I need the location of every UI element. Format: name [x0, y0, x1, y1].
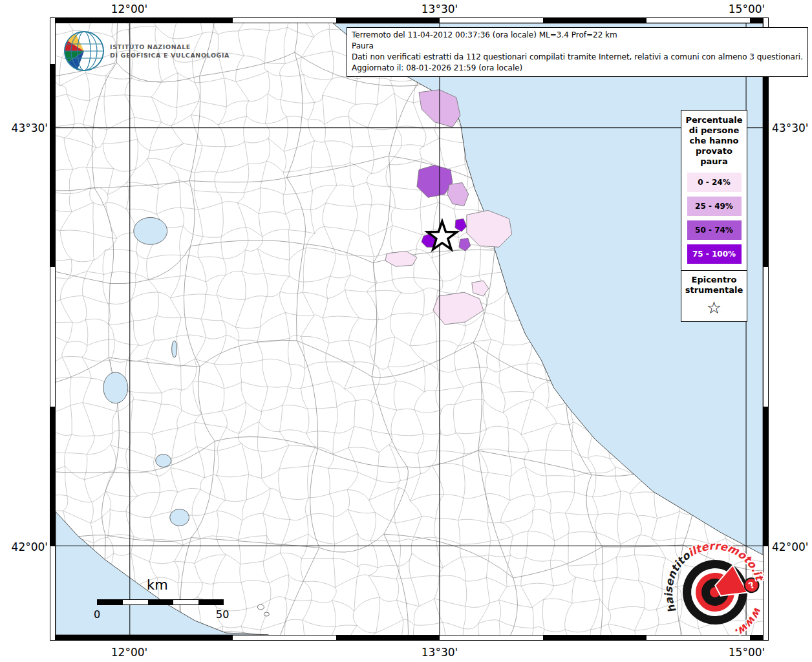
- haisentitoilterremoto-logo: ? haisentitoilterremoto.it www.: [660, 537, 770, 650]
- seismic-felt-map-page: 12°00' 13°30' 15°00' 12°00' 13°30' 15°00…: [0, 0, 812, 662]
- scale-end-label: 50: [216, 608, 229, 621]
- info-line-updated: Aggiornato il: 08-01-2026 21:59 (ora loc…: [352, 63, 803, 74]
- ingv-name-line1: ISTITUTO NAZIONALE: [110, 43, 191, 50]
- legend-swatch-25-49: 25 - 49%: [687, 197, 742, 216]
- lake-vico: [156, 454, 171, 467]
- lat-label-right-2: 42°00': [772, 540, 808, 553]
- legend-epicenter-title: Epicentro strumentale: [681, 275, 747, 295]
- map-svg: [56, 23, 763, 635]
- felt-region: [472, 281, 489, 296]
- lon-label-top-2: 13°30': [422, 3, 458, 16]
- info-line-event: Terremoto del 11-04-2012 00:37:36 (ora l…: [352, 30, 803, 41]
- island: [257, 604, 264, 610]
- lon-label-top-1: 12°00': [111, 3, 147, 16]
- site-logo-svg: ? haisentitoilterremoto.it www.: [660, 537, 770, 647]
- scale-start-label: 0: [94, 608, 100, 621]
- lat-label-right-1: 43°30': [772, 122, 808, 134]
- felt-region: [417, 166, 453, 198]
- legend-epicenter-section: Epicentro strumentale ☆: [681, 270, 747, 317]
- lake-bracciano: [170, 509, 189, 526]
- info-line-effect: Paura: [352, 41, 803, 52]
- lake-bolsena: [103, 372, 128, 403]
- legend-title: Percentuale di persone che hanno provato…: [681, 111, 747, 168]
- felt-region: [455, 219, 467, 231]
- lat-label-left-1: 43°30': [1, 122, 48, 134]
- legend-swatch-0-24: 0 - 24%: [687, 173, 742, 192]
- ingv-globe-icon: [65, 32, 103, 70]
- ingv-logo: ISTITUTO NAZIONALE DI GEOFISICA E VULCAN…: [62, 28, 243, 76]
- lon-label-top-3: 15°00': [729, 3, 765, 16]
- felt-region: [385, 251, 417, 266]
- felt-region: [433, 292, 484, 325]
- earthquake-info-box: Terremoto del 11-04-2012 00:37:36 (ora l…: [347, 27, 808, 77]
- legend-box: Percentuale di persone che hanno provato…: [681, 110, 747, 322]
- lake-piediluco: [172, 341, 177, 358]
- legend-swatch-75-100: 75 - 100%: [687, 244, 742, 264]
- scale-bar: [97, 599, 224, 605]
- island: [264, 612, 269, 616]
- scale-unit-label: km: [147, 577, 168, 593]
- info-line-source: Dati non verificati estratti da 112 ques…: [352, 52, 803, 63]
- lon-label-bottom-1: 12°00': [111, 646, 147, 659]
- legend-swatch-50-74: 50 - 74%: [687, 220, 742, 240]
- frame-left-edge: [50, 18, 55, 640]
- frame-top-edge: [50, 18, 768, 23]
- ingv-logo-svg: ISTITUTO NAZIONALE DI GEOFISICA E VULCAN…: [62, 28, 243, 74]
- felt-region: [447, 182, 469, 206]
- epicenter-legend-star-icon: ☆: [681, 295, 747, 317]
- lake-trasimeno: [134, 217, 167, 244]
- lon-label-bottom-2: 13°30': [422, 646, 458, 659]
- map-canvas: [55, 23, 764, 635]
- ingv-name-line2: DI GEOFISICA E VULCANOLOGIA: [110, 52, 230, 59]
- lat-label-left-2: 42°00': [1, 540, 48, 553]
- tyrrhenian-sea: [56, 511, 268, 635]
- felt-region: [459, 238, 471, 251]
